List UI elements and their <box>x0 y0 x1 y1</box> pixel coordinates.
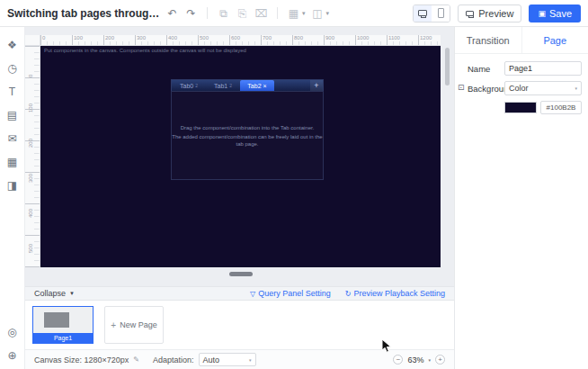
preview-button[interactable]: Preview <box>458 4 521 22</box>
ruler-horizontal: 0100200300400500600700800900100011001200 <box>40 35 441 46</box>
ruler-label: 600 <box>229 35 261 40</box>
zoom-dropdown-icon[interactable]: ▾ <box>428 357 431 363</box>
page-thumbnail-selected[interactable]: Page1 <box>32 306 94 344</box>
ruler-label: 600 <box>28 256 33 267</box>
new-page-label: New Page <box>120 320 157 329</box>
background-type-value: Color <box>509 84 529 93</box>
adaptation-label: Adaptation: <box>153 356 194 364</box>
ruler-label: 500 <box>198 35 229 40</box>
device-preview-toggle <box>413 4 450 22</box>
copy-icon[interactable]: ⧉ <box>217 7 230 20</box>
inspector-tabs: Transition Page <box>455 27 588 54</box>
color-hex-input[interactable] <box>540 101 582 114</box>
tab-container-widget[interactable]: Tab0 2 Tab1 2 Tab2 × + <box>171 79 324 180</box>
component-sidebar: ❖ ◷ T ▤ ✉ ▦ ◨ ◎ ⊕ <box>0 27 25 369</box>
adaptation-select[interactable]: Auto ▾ <box>199 353 256 366</box>
horizontal-scrollbar-thumb[interactable] <box>229 272 253 276</box>
zoom-in-button[interactable]: + <box>435 355 445 364</box>
zoom-control: − 63% ▾ + <box>393 355 445 364</box>
ruler-label: 100 <box>28 81 33 112</box>
ruler-label: 700 <box>261 35 292 40</box>
clock-icon[interactable]: ◷ <box>7 63 16 75</box>
background-type-select[interactable]: Color ▾ <box>504 81 582 95</box>
vertical-scrollbar-thumb[interactable] <box>445 48 450 86</box>
widget-tab-label: Tab1 <box>214 83 227 89</box>
widget-tab-1[interactable]: Tab1 2 <box>206 80 240 91</box>
close-icon[interactable]: × <box>263 83 267 89</box>
background-row: ⊡ Background Color ▾ <box>455 81 588 95</box>
dropzone-hint-line2: The added component/combination can be f… <box>172 133 323 148</box>
panel-links: ▽ Query Panel Setting ↻ Preview Playback… <box>250 289 445 298</box>
page-thumbnail-label: Page1 <box>33 333 93 343</box>
preview-button-label: Preview <box>478 8 513 19</box>
canvas-size-label: Canvas Size: 1280×720px <box>34 356 129 364</box>
text-icon[interactable]: T <box>9 86 15 98</box>
mail-icon[interactable]: ✉ <box>7 133 16 145</box>
support-icon[interactable]: ◎ <box>7 327 16 338</box>
redo-icon[interactable]: ↷ <box>184 7 198 20</box>
ruler-label: 900 <box>324 35 355 40</box>
query-panel-setting-link[interactable]: ▽ Query Panel Setting <box>250 289 331 298</box>
widgets-icon[interactable]: ❖ <box>7 40 17 51</box>
color-swatch[interactable] <box>504 102 537 113</box>
globe-icon[interactable]: ⊕ <box>7 350 16 362</box>
horizontal-scrollbar[interactable] <box>40 271 441 277</box>
canvas-zone: 0100200300400500600700800900100011001200… <box>25 27 454 286</box>
query-panel-setting-label: Query Panel Setting <box>258 289 331 298</box>
zoom-level-value: 63% <box>407 356 423 364</box>
tab-page[interactable]: Page <box>521 27 588 53</box>
toolbar-divider <box>207 7 208 19</box>
ruler-horizontal-labels: 0100200300400500600700800900100011001200 <box>40 35 441 46</box>
plus-icon: + <box>111 320 116 330</box>
design-canvas[interactable]: Put components in the canvas. Components… <box>40 46 441 267</box>
vertical-scrollbar[interactable] <box>444 46 450 267</box>
widget-tab-label: Tab0 <box>180 83 193 89</box>
ruler-label: 1200 <box>418 35 441 40</box>
background-color-row <box>455 101 588 114</box>
ruler-label: 300 <box>135 35 166 40</box>
zoom-out-button[interactable]: − <box>393 355 403 364</box>
collapse-caret-icon[interactable]: ▼ <box>69 291 75 296</box>
paste-icon[interactable]: ⎘ <box>236 7 249 20</box>
name-row: Name <box>455 61 588 76</box>
edit-canvas-size-icon[interactable]: ✎ <box>133 356 139 364</box>
widget-tab-2-active[interactable]: Tab2 × <box>240 80 274 91</box>
save-button[interactable]: ▣ Save <box>529 4 581 22</box>
table-icon[interactable]: ▦ <box>7 157 17 168</box>
canvas-notice-text: Put components in the canvas. Components… <box>44 48 246 53</box>
desktop-icon <box>418 10 427 16</box>
ruler-label: 400 <box>28 186 33 218</box>
ruler-label: 500 <box>28 221 33 253</box>
tab-widget-header: Tab0 2 Tab1 2 Tab2 × + <box>171 79 324 91</box>
undo-icon[interactable]: ↶ <box>165 7 179 20</box>
add-tab-button[interactable]: + <box>310 80 323 91</box>
tab-widget-dropzone[interactable]: Drag the component/combination into the … <box>171 91 324 180</box>
preview-screen-icon <box>466 11 474 16</box>
ruler-label: 1100 <box>387 35 418 40</box>
delete-icon[interactable]: ⌧ <box>254 7 268 20</box>
new-page-button[interactable]: + New Page <box>104 306 164 344</box>
ruler-label: 800 <box>292 35 324 40</box>
widget-tab-badge: 2 <box>229 83 232 88</box>
desktop-view-button[interactable] <box>414 5 432 22</box>
ruler-vertical: 0100200300400500600700 <box>25 46 40 267</box>
ruler-label: 400 <box>166 35 198 40</box>
save-icon: ▣ <box>538 9 546 18</box>
preview-playback-setting-label: Preview Playback Setting <box>353 289 445 298</box>
chart-icon[interactable]: ▤ <box>7 110 17 122</box>
collapse-label[interactable]: Collapse <box>34 289 66 298</box>
layers-icon[interactable]: ◫ <box>311 7 325 20</box>
tab-transition[interactable]: Transition <box>455 27 521 53</box>
widget-tab-0[interactable]: Tab0 2 <box>172 80 206 91</box>
mobile-view-button[interactable] <box>432 5 450 22</box>
shape-icon[interactable]: ◨ <box>7 180 17 192</box>
preview-playback-setting-link[interactable]: ↻ Preview Playback Setting <box>345 289 445 298</box>
mouse-cursor <box>381 338 392 354</box>
ruler-label: 1000 <box>355 35 387 40</box>
playback-icon: ↻ <box>345 290 352 298</box>
group-icon[interactable]: ▦ <box>287 7 300 20</box>
page-name-input[interactable] <box>504 61 582 76</box>
app-window: Switching tab pages through FVS wid... ↶… <box>0 0 588 369</box>
monitor-icon: ⊡ <box>458 83 465 92</box>
ruler-corner <box>25 35 40 46</box>
